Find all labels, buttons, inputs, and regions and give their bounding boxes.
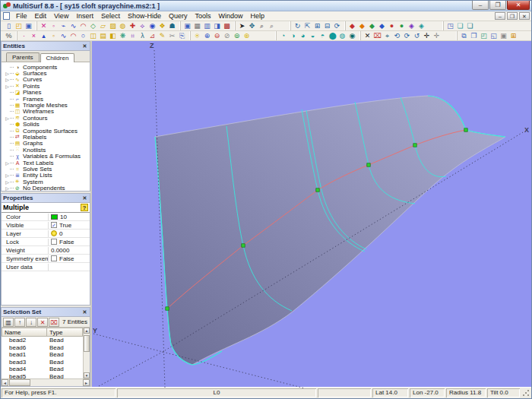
tile-windows-icon[interactable]: ❏	[455, 21, 465, 30]
tree-item-contours[interactable]: ▷≋Contours	[5, 115, 90, 121]
show-bulb-icon[interactable]: ⍟	[192, 31, 202, 40]
insert-bead-icon[interactable]: ×	[29, 31, 39, 40]
tree-item-surfaces[interactable]: ▷⬙Surfaces	[5, 70, 90, 76]
property-value[interactable]: 0	[49, 230, 90, 237]
undo-view-icon[interactable]: ⟲	[392, 31, 402, 40]
menu-view[interactable]: View	[50, 11, 72, 21]
scroll-right-icon[interactable]: ►	[83, 379, 90, 386]
bead-tool-icon[interactable]: ◦	[49, 21, 59, 30]
menu-window[interactable]: Window	[214, 11, 246, 21]
insert-ring-icon[interactable]: ▴	[39, 31, 49, 40]
arc-tool-icon[interactable]: ◇	[88, 21, 98, 30]
surface-tool-icon[interactable]: ⟡	[138, 21, 147, 30]
spin-view-icon[interactable]: ⟳	[332, 21, 342, 30]
clear-selection-button[interactable]: ⌧	[49, 318, 59, 327]
mdi-minimize-button[interactable]: –	[495, 12, 505, 20]
insert-bcurve-icon[interactable]: ◫	[88, 31, 98, 40]
zoom-fit-icon[interactable]: ⊟	[322, 21, 332, 30]
tab-children[interactable]: Children	[40, 53, 75, 62]
scroll-down-icon[interactable]: ▼	[84, 372, 90, 378]
table-row[interactable]: bead2Bead	[2, 337, 83, 344]
checkbox-checked[interactable]: ✓	[51, 222, 57, 228]
tree-item-components[interactable]: ◑Components	[5, 64, 90, 70]
mesh-surface-icon[interactable]: ◍	[337, 31, 347, 40]
tree-item-composite-surfaces[interactable]: ⧉Composite Surfaces	[5, 128, 90, 134]
color-red-icon[interactable]: ◆	[347, 21, 357, 30]
rotate-view-icon[interactable]: ↻	[293, 21, 302, 30]
insert-arc-icon[interactable]: ◠	[68, 31, 78, 40]
selection-hscrollbar[interactable]: ◄ ►	[2, 378, 90, 386]
view-iso-icon[interactable]: ◨	[212, 21, 222, 30]
color-orange-icon[interactable]: ◆	[357, 21, 367, 30]
tree-item-graphs[interactable]: ▤Graphs	[5, 141, 90, 147]
checkbox-unchecked[interactable]	[51, 255, 57, 261]
menu-file[interactable]: File	[12, 11, 31, 21]
insert-curve-icon[interactable]: ∿	[59, 31, 68, 40]
bead-point-3[interactable]	[316, 188, 319, 192]
home-view-icon[interactable]: ⇱	[302, 21, 312, 30]
zoom-in-icon[interactable]: ⌕	[257, 21, 267, 30]
add-entity-icon[interactable]: ✛	[422, 31, 432, 40]
menu-show-hide[interactable]: Show-Hide	[124, 11, 165, 21]
bead-point-6[interactable]	[464, 128, 467, 131]
mdi-close-button[interactable]: ✕	[519, 12, 530, 20]
menu-query[interactable]: Query	[165, 11, 192, 21]
mark-green-icon[interactable]: ●	[397, 21, 407, 30]
zoom-out-icon[interactable]: ⌕	[267, 21, 277, 30]
tree-item-no-dependents[interactable]: ▷⊘No Dependents	[5, 185, 90, 191]
tree-item-relabels[interactable]: ⇄Relabels	[5, 134, 90, 140]
window-gray-icon[interactable]: ▣	[499, 31, 508, 40]
split-surface-icon[interactable]: ◒	[308, 31, 318, 40]
menu-insert[interactable]: Insert	[72, 11, 97, 21]
tree-item-points[interactable]: ▷✕Points	[5, 83, 90, 89]
shade-surface-icon[interactable]: ⬤	[328, 31, 337, 40]
magnet-tool-icon[interactable]: ∿	[68, 21, 78, 30]
resize-grip[interactable]	[521, 388, 530, 397]
save-file-icon[interactable]: ▣	[24, 21, 33, 30]
solid-tool-icon[interactable]: ☗	[167, 21, 177, 30]
checkbox-unchecked[interactable]	[51, 239, 57, 245]
selection-vscrollbar[interactable]: ▲ ▼	[83, 328, 90, 378]
locate-entity-icon[interactable]: ⌖	[382, 31, 392, 40]
property-value[interactable]: False	[49, 255, 90, 262]
insert-label-icon[interactable]: ✎	[157, 31, 167, 40]
insert-circle-icon[interactable]: ○	[78, 31, 88, 40]
table-row[interactable]: bead3Bead	[2, 359, 83, 366]
fit-surface-icon[interactable]: ◔	[278, 31, 288, 40]
erase-entity-icon[interactable]: ⌧	[372, 31, 382, 40]
delete-entity-icon[interactable]: ✕	[363, 31, 372, 40]
window-blue-icon[interactable]: ◱	[489, 31, 499, 40]
window-new-icon[interactable]: ⧉	[459, 31, 469, 40]
loft-tool-icon[interactable]: ◉	[147, 21, 157, 30]
property-value[interactable]: 10	[49, 214, 90, 220]
column-header-type[interactable]: Type	[47, 328, 83, 337]
view-top-icon[interactable]: ▦	[192, 21, 202, 30]
new-file-icon[interactable]: ▯	[4, 21, 14, 30]
menu-edit[interactable]: Edit	[31, 11, 51, 21]
entities-close-icon[interactable]: ✕	[81, 43, 88, 49]
menu-tools[interactable]: Tools	[191, 11, 214, 21]
copy-entity-icon[interactable]: ⎘	[177, 31, 187, 40]
view-side-icon[interactable]: ▥	[202, 21, 212, 30]
model-canvas[interactable]: Z X Y	[92, 41, 531, 389]
scroll-up-icon[interactable]: ▲	[84, 328, 90, 334]
vscroll-thumb[interactable]	[84, 335, 90, 352]
mark-purple-icon[interactable]: ◈	[407, 21, 416, 30]
close-button[interactable]: ✕	[507, 1, 530, 10]
property-value[interactable]: False	[49, 239, 90, 245]
point-tool-icon[interactable]: ✕	[39, 21, 49, 30]
properties-close-icon[interactable]: ✕	[81, 195, 88, 201]
bead-point-1[interactable]	[166, 307, 169, 310]
tab-parents[interactable]: Parents	[6, 52, 40, 62]
tree-item-planes[interactable]: ◪Planes	[5, 90, 90, 96]
selection-set-close-icon[interactable]: ✕	[81, 309, 88, 315]
color-green-icon[interactable]: ◆	[367, 21, 377, 30]
show-all-icon[interactable]: ⊛	[242, 31, 252, 40]
bcurve-tool-icon[interactable]: ▱	[98, 21, 108, 30]
menu-select[interactable]: Select	[97, 11, 124, 21]
ring-tool-icon[interactable]: ⌁	[59, 21, 68, 30]
table-row[interactable]: bead4Bead	[2, 366, 83, 373]
insert-foil-icon[interactable]: ❋	[118, 31, 128, 40]
move-down-button[interactable]: ↓	[26, 318, 36, 327]
menu-help[interactable]: Help	[247, 11, 269, 21]
